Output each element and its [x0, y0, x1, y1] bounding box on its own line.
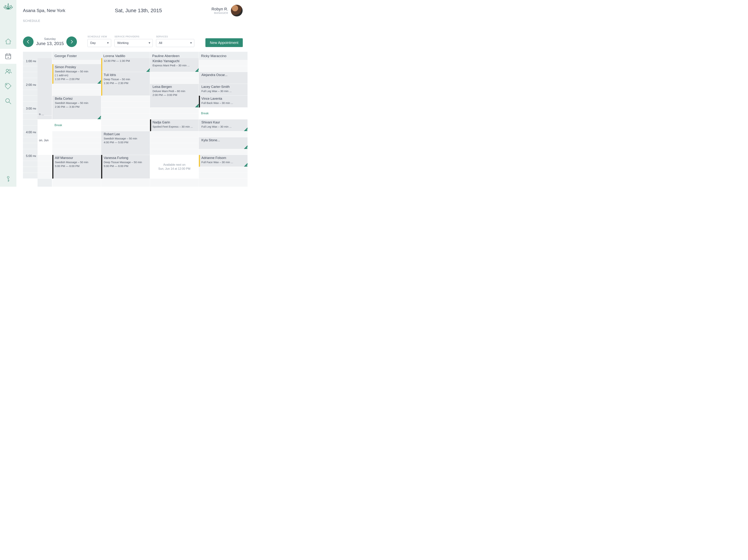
- svg-point-4: [6, 99, 9, 102]
- appointment-client: Kimiko Yamaguchi: [153, 59, 197, 63]
- appointment-client: Lacey Carter-Smith: [202, 85, 246, 89]
- nav-schedule[interactable]: [0, 49, 17, 64]
- paid-icon: [97, 80, 101, 84]
- appointment-time: 2:30 PM — 3:30 PM: [55, 105, 99, 108]
- appointment-time: 1:30 PM — 2:30 PM: [104, 81, 148, 85]
- appointment-service: Express Mani Pedi – 30 min ...: [153, 64, 197, 67]
- appointment-block[interactable]: Vanessa FurlongDeep Tissue Massage – 50 …: [101, 155, 150, 179]
- appointment-client: Bella Cortez: [55, 97, 99, 101]
- appointment-client: Adrianne Folsom: [202, 156, 246, 160]
- appointment-block[interactable]: Leisa BergenDeluxe Mani Pedi – 60 min2:0…: [150, 84, 198, 108]
- appointment-block[interactable]: Bella CortezSwedish Massage – 50 min2:30…: [52, 96, 101, 119]
- provider-header[interactable]: Ricky Maraccino: [199, 52, 248, 60]
- select-services[interactable]: All: [156, 39, 194, 47]
- prev-day-button[interactable]: [23, 37, 33, 47]
- lotus-logo-icon: [3, 2, 13, 12]
- appointment-client: Nadja Garin: [153, 120, 197, 124]
- new-appointment-label: New Appointment: [210, 41, 238, 45]
- provider-column: Lorena Vadillo12:30 PM — 1:30 PMTuli Idr…: [101, 52, 150, 187]
- appointment-service: 12:30 PM — 1:30 PM: [104, 59, 148, 62]
- paid-icon: [97, 116, 101, 119]
- nav-tags[interactable]: [0, 79, 17, 94]
- time-label: 1:00 PM: [25, 60, 37, 63]
- appointment-service: Deep Tissue – 50 min: [104, 78, 148, 81]
- appointment-client: Vince Laventa: [202, 97, 246, 101]
- appointment-block[interactable]: Kimiko YamaguchiExpress Mani Pedi – 30 m…: [150, 58, 198, 72]
- appointment-block[interactable]: Alif MansourSwedish Massage – 50 min5:00…: [52, 155, 101, 179]
- provider-header[interactable]: George Foster: [52, 52, 101, 60]
- svg-point-3: [6, 84, 7, 85]
- new-appointment-button[interactable]: New Appointment: [205, 38, 243, 47]
- appointment-block[interactable]: Adrianne FolsomFull Face Wax – 30 min ..…: [199, 155, 248, 167]
- appointment-block[interactable]: 12:30 PM — 1:30 PM: [101, 58, 150, 72]
- appointment-service: Spoiled Feet Express – 30 min ...: [153, 125, 197, 128]
- appointment-time: 5:00 PM — 6:00 PM: [55, 164, 99, 167]
- provider-column: George FosterSimon PresleySwedish Massag…: [52, 52, 101, 187]
- paid-icon: [244, 145, 248, 149]
- toolbar: Saturday June 13, 2015 SCHEDULE VIEW Day…: [17, 23, 249, 52]
- nav-clients[interactable]: [0, 64, 17, 79]
- select-service-providers-value: Working: [117, 41, 128, 45]
- time-label: 3:00 PM: [25, 107, 37, 111]
- appointment-block[interactable]: Simon PresleySwedish Massage – 50 min( 1…: [52, 64, 101, 84]
- available-next-time: Sun, Jun 14 at 12:00 PM: [158, 167, 190, 170]
- svg-point-1: [6, 69, 8, 71]
- partial-fragment: on, Jun: [38, 138, 52, 142]
- svg-rect-0: [6, 54, 11, 59]
- appointment-client: Robert Lee: [104, 132, 148, 136]
- chevron-down-icon: [190, 43, 192, 44]
- appointment-client: Simon Presley: [55, 65, 99, 69]
- appointment-client: Leisa Bergen: [153, 85, 197, 89]
- appointment-block[interactable]: Lacey Carter-SmithFull Leg Wax – 30 min …: [199, 84, 248, 96]
- appointment-service: Full Face Wax – 30 min ...: [202, 161, 246, 164]
- avatar[interactable]: [231, 4, 243, 17]
- time-label: 4:00 PM: [25, 131, 37, 134]
- chevron-down-icon: [148, 43, 150, 44]
- sidebar: [0, 0, 17, 187]
- appointment-block[interactable]: Nadja GarinSpoiled Feet Express – 30 min…: [150, 119, 198, 131]
- nav-admin-key[interactable]: [0, 172, 17, 187]
- next-day-button[interactable]: [66, 37, 77, 47]
- date-day-of-week: Saturday: [36, 38, 64, 41]
- appointment-block[interactable]: Vince LaventaFull Back Wax – 30 min ...: [199, 96, 248, 108]
- nav-search[interactable]: [0, 94, 17, 109]
- time-label: 5:00 PM: [25, 154, 37, 158]
- appointment-block[interactable]: Robert LeeSwedish Massage – 50 min4:00 P…: [101, 131, 150, 155]
- appointment-time: 1:10 PM — 2:00 PM: [55, 77, 99, 80]
- appointment-client: Tuli Idris: [104, 73, 148, 77]
- schedule-grid: 1:00 PM2:00 PM3:00 PM4:00 PM5:00 PM n ..…: [17, 52, 249, 187]
- time-label: 2:00 PM: [25, 83, 37, 87]
- appointment-block[interactable]: Tuli IdrisDeep Tissue – 50 min1:30 PM — …: [101, 72, 150, 96]
- provider-columns: n ...on, Jun George FosterSimon PresleyS…: [38, 52, 249, 187]
- appointment-service: Deluxe Mani Pedi – 60 min: [153, 90, 197, 93]
- appointment-time: 5:00 PM — 6:00 PM: [104, 164, 148, 167]
- svg-point-2: [9, 69, 10, 71]
- appointment-block[interactable]: Kyla Stone...: [199, 137, 248, 149]
- page-date-title: Sat, June 13th, 2015: [115, 8, 162, 14]
- appointment-client: Alejandra Oscar...: [202, 73, 246, 77]
- select-schedule-view[interactable]: Day: [88, 39, 111, 47]
- available-next-label: Available next on: [163, 163, 186, 166]
- appointment-block[interactable]: Shivani KaurFull Leg Wax – 30 min ...: [199, 119, 248, 131]
- user-block[interactable]: Robyn R. MANAGER: [211, 4, 243, 17]
- topbar: Asana Spa, New York Sat, June 13th, 2015…: [17, 0, 249, 16]
- user-role: MANAGER: [211, 11, 228, 15]
- appointment-client: Vanessa Furlong: [104, 156, 148, 160]
- nav-home[interactable]: [0, 34, 17, 49]
- appointment-service: Full Back Wax – 30 min ...: [202, 101, 246, 104]
- location-name: Asana Spa, New York: [23, 8, 65, 13]
- paid-icon: [244, 163, 248, 167]
- appointment-client: Shivani Kaur: [202, 120, 246, 124]
- appointment-block[interactable]: Alejandra Oscar...: [199, 72, 248, 84]
- user-name: Robyn R.: [211, 7, 228, 11]
- appointment-service: Swedish Massage – 50 min: [55, 161, 99, 164]
- partial-fragment: n ...: [38, 112, 52, 116]
- date-full: June 13, 2015: [36, 41, 64, 46]
- appointment-service: Full Leg Wax – 30 min ...: [202, 125, 246, 128]
- paid-icon: [195, 104, 198, 108]
- available-next-block: Available next onSun, Jun 14 at 12:00 PM: [150, 155, 198, 179]
- main: Asana Spa, New York Sat, June 13th, 2015…: [17, 0, 249, 187]
- time-column: 1:00 PM2:00 PM3:00 PM4:00 PM5:00 PM: [23, 52, 38, 187]
- select-service-providers[interactable]: Working: [114, 39, 153, 47]
- partial-prev-provider-column: n ...on, Jun: [38, 52, 52, 187]
